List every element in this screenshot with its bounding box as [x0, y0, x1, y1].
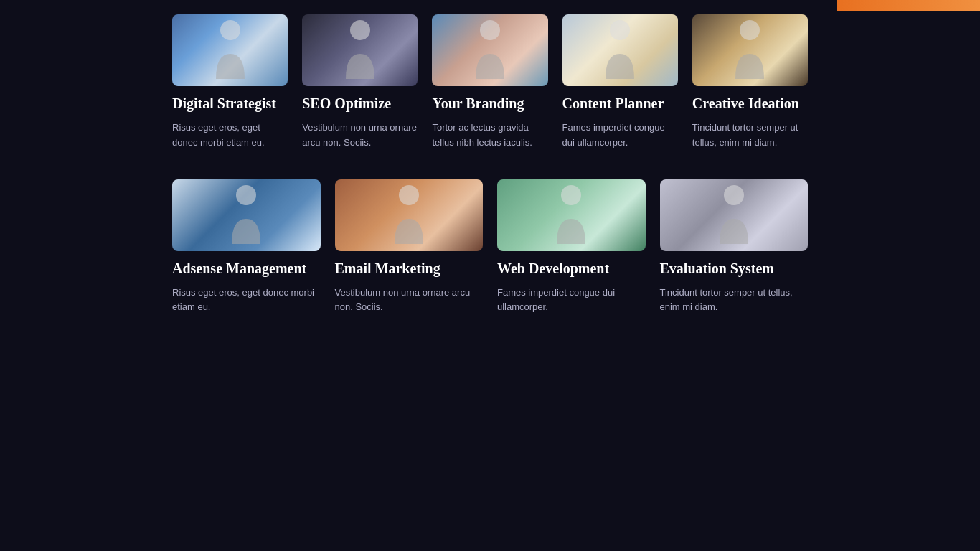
- seo-optimize-desc: Vestibulum non urna ornare arcu non. Soc…: [302, 121, 418, 151]
- svg-point-7: [561, 185, 581, 205]
- creative-ideation-desc: Tincidunt tortor semper ut tellus, enim …: [692, 121, 808, 151]
- evaluation-system-image: [660, 179, 809, 251]
- svg-point-2: [480, 20, 500, 40]
- card-digital-strategist[interactable]: Digital Strategist Risus eget eros, eget…: [172, 14, 288, 151]
- card-web-development[interactable]: Web Development Fames imperdiet congue d…: [497, 179, 646, 316]
- card-email-marketing[interactable]: Email Marketing Vestibulum non urna orna…: [335, 179, 484, 316]
- email-marketing-desc: Vestibulum non urna ornare arcu non. Soc…: [335, 286, 484, 316]
- digital-strategist-title: Digital Strategist: [172, 95, 288, 112]
- content-planner-desc: Fames imperdiet congue dui ullamcorper.: [562, 121, 678, 151]
- web-development-desc: Fames imperdiet congue dui ullamcorper.: [497, 286, 646, 316]
- card-seo-optimize[interactable]: SEO Optimize Vestibulum non urna ornare …: [302, 14, 418, 151]
- seo-optimize-title: SEO Optimize: [302, 95, 418, 112]
- content-planner-image: [562, 14, 678, 86]
- card-your-branding[interactable]: Your Branding Tortor ac lectus gravida t…: [432, 14, 547, 151]
- your-branding-image: [432, 14, 547, 86]
- adsense-management-title: Adsense Management: [172, 260, 321, 277]
- email-marketing-image: [335, 179, 484, 251]
- your-branding-desc: Tortor ac lectus gravida tellus nibh lec…: [432, 121, 547, 151]
- page-wrapper: Digital Strategist Risus eget eros, eget…: [0, 0, 980, 551]
- card-content-planner[interactable]: Content Planner Fames imperdiet congue d…: [562, 14, 678, 151]
- web-development-title: Web Development: [497, 260, 646, 277]
- evaluation-system-desc: Tincidunt tortor semper ut tellus, enim …: [660, 286, 809, 316]
- svg-point-0: [220, 20, 240, 40]
- svg-point-8: [724, 185, 744, 205]
- your-branding-title: Your Branding: [432, 95, 547, 112]
- svg-point-6: [399, 185, 419, 205]
- orange-accent-bar: [837, 0, 980, 11]
- content-planner-title: Content Planner: [562, 95, 678, 112]
- email-marketing-title: Email Marketing: [335, 260, 484, 277]
- svg-point-4: [740, 20, 760, 40]
- card-creative-ideation[interactable]: Creative Ideation Tincidunt tortor sempe…: [692, 14, 808, 151]
- card-evaluation-system[interactable]: Evaluation System Tincidunt tortor sempe…: [660, 179, 809, 316]
- adsense-management-image: [172, 179, 321, 251]
- card-adsense-management[interactable]: Adsense Management Risus eget eros, eget…: [172, 179, 321, 316]
- svg-point-1: [350, 20, 370, 40]
- top-row: Digital Strategist Risus eget eros, eget…: [172, 14, 808, 151]
- svg-point-5: [236, 185, 256, 205]
- bottom-row: Adsense Management Risus eget eros, eget…: [172, 179, 808, 316]
- digital-strategist-image: [172, 14, 288, 86]
- svg-point-3: [610, 20, 630, 40]
- evaluation-system-title: Evaluation System: [660, 260, 809, 277]
- creative-ideation-image: [692, 14, 808, 86]
- creative-ideation-title: Creative Ideation: [692, 95, 808, 112]
- digital-strategist-desc: Risus eget eros, eget donec morbi etiam …: [172, 121, 288, 151]
- adsense-management-desc: Risus eget eros, eget donec morbi etiam …: [172, 286, 321, 316]
- web-development-image: [497, 179, 646, 251]
- seo-optimize-image: [302, 14, 418, 86]
